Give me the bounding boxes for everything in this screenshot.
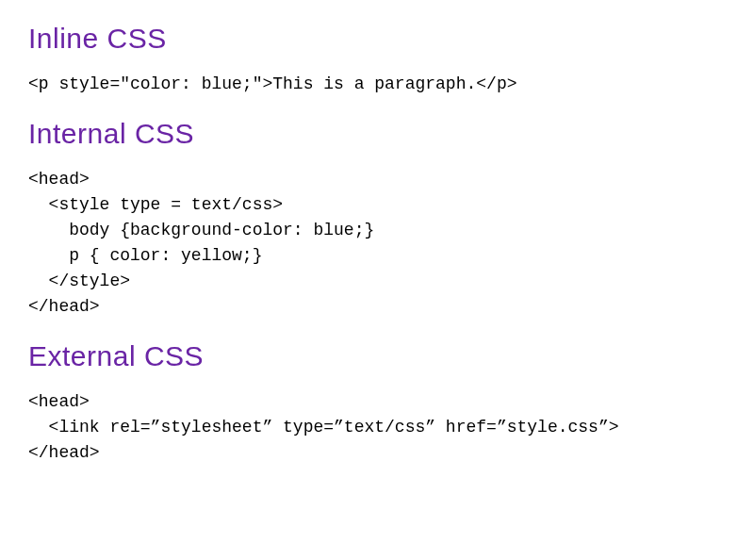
code-block-internal-css: <head> <style type = text/css> body {bac… [28,167,726,320]
section-heading-inline-css: Inline CSS [28,23,726,55]
section-heading-internal-css: Internal CSS [28,118,726,150]
code-block-external-css: <head> <link rel=”stylesheet” type=”text… [28,389,726,466]
section-heading-external-css: External CSS [28,340,726,372]
code-block-inline-css: <p style="color: blue;">This is a paragr… [28,72,726,97]
